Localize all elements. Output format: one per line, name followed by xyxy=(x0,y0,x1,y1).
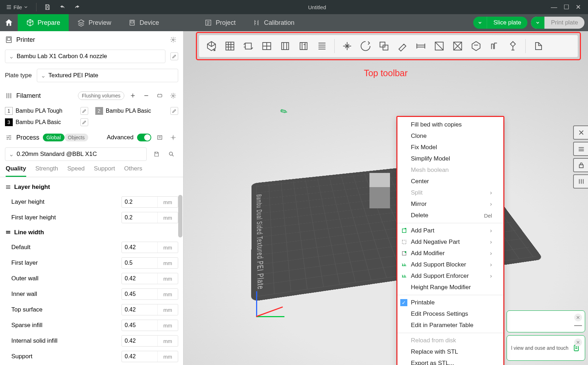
view-close-button[interactable] xyxy=(573,125,588,140)
filament-edit-button[interactable] xyxy=(80,107,88,115)
undo-button[interactable] xyxy=(56,2,68,12)
toolbar-button-8[interactable] xyxy=(339,38,355,54)
toolbar-button-6[interactable] xyxy=(314,38,330,54)
global-pill[interactable]: Global xyxy=(43,134,64,141)
tab-calibration[interactable]: Calibration xyxy=(244,14,303,31)
ctx-center[interactable]: Center xyxy=(397,176,503,187)
slice-dropdown[interactable] xyxy=(473,17,487,29)
print-plate-button[interactable]: Print plate xyxy=(531,17,584,29)
toolbar-button-9[interactable] xyxy=(357,38,374,54)
tab-prepare[interactable]: Prepare xyxy=(18,14,69,31)
toolbar-button-5[interactable] xyxy=(295,38,312,54)
ctx-delete[interactable]: DeleteDel xyxy=(397,210,503,221)
param-input-outer-wall[interactable]: mm xyxy=(121,273,178,284)
param-input-first-layer[interactable]: mm xyxy=(121,257,178,269)
close-button[interactable]: ✕ xyxy=(576,3,581,11)
process-preset-select[interactable]: ⌄ 0.20mm Standard @BBL X1C xyxy=(5,147,147,161)
toolbar-button-15[interactable] xyxy=(468,38,484,54)
subtab-support[interactable]: Support xyxy=(94,165,115,177)
ctx-add-part[interactable]: Add Part› xyxy=(397,225,503,236)
toolbar-button-1[interactable] xyxy=(222,38,238,54)
toolbar-button-14[interactable] xyxy=(450,38,466,54)
ctx-add-support-enforcer[interactable]: Add Support Enforcer› xyxy=(397,270,503,282)
filament-item[interactable]: 2 Bambu PLA Basic xyxy=(95,107,179,115)
tab-project[interactable]: Project xyxy=(196,14,244,31)
tip-minimize-button[interactable]: — xyxy=(574,321,582,330)
ctx-add-negative-part[interactable]: Add Negative Part› xyxy=(397,236,503,248)
filament-item[interactable]: 3 Bambu PLA Basic xyxy=(5,118,88,126)
tab-device[interactable]: Device xyxy=(120,14,168,31)
save-button[interactable] xyxy=(41,2,53,12)
param-input-internal-solid[interactable]: mm xyxy=(121,335,178,347)
printer-settings-button[interactable] xyxy=(168,35,178,45)
param-input-support[interactable]: mm xyxy=(121,351,178,362)
ctx-edit-in-parameter-table[interactable]: Edit in Parameter Table xyxy=(397,320,503,331)
param-input-top-surface[interactable]: mm xyxy=(121,304,178,315)
maximize-button[interactable]: ☐ xyxy=(564,3,569,11)
ctx-height-range-modifier[interactable]: Height Range Modifier xyxy=(397,282,503,293)
view-layers-button[interactable] xyxy=(573,142,588,156)
ctx-export-as-stl-[interactable]: Export as STL... xyxy=(397,358,503,365)
printer-select[interactable]: ⌄ Bambu Lab X1 Carbon 0.4 nozzle xyxy=(5,50,165,63)
ctx-clone[interactable]: Clone xyxy=(397,130,503,142)
param-input-default[interactable]: mm xyxy=(121,242,178,253)
objects-pill[interactable]: Objects xyxy=(64,134,88,141)
param-input-sparse-infill[interactable]: mm xyxy=(121,320,178,331)
ctx-add-support-blocker[interactable]: Add Support Blocker› xyxy=(397,259,503,270)
toolbar-button-3[interactable] xyxy=(259,38,275,54)
toolbar-button-11[interactable] xyxy=(394,38,411,54)
view-settings-button[interactable] xyxy=(573,174,588,189)
filament-edit-button[interactable] xyxy=(80,118,88,126)
viewport-3d[interactable]: Top toolbar ✎ Bambu Dual Sided Textured … xyxy=(183,31,588,365)
subtab-quality[interactable]: Quality xyxy=(6,165,26,177)
ctx-add-modifier[interactable]: Add Modifier› xyxy=(397,248,503,259)
scrollbar-thumb[interactable] xyxy=(178,195,182,237)
printer-edit-button[interactable] xyxy=(170,52,178,60)
process-settings-button[interactable] xyxy=(168,133,178,142)
toolbar-button-2[interactable] xyxy=(240,38,256,54)
preset-save-button[interactable] xyxy=(152,149,162,159)
toolbar-button-13[interactable] xyxy=(431,38,447,54)
tip-close-button[interactable]: ✕ xyxy=(574,338,582,346)
minimize-button[interactable]: — xyxy=(551,4,557,11)
tab-preview[interactable]: Preview xyxy=(69,14,120,31)
filament-remove-button[interactable]: − xyxy=(141,91,151,101)
redo-button[interactable] xyxy=(71,2,83,12)
toolbar-button-19[interactable] xyxy=(530,38,546,54)
plate-type-select[interactable]: ⌄ Textured PEI Plate xyxy=(37,69,178,82)
file-menu[interactable]: File xyxy=(3,2,31,12)
slice-plate-button[interactable]: Slice plate xyxy=(473,17,527,29)
toolbar-button-10[interactable] xyxy=(376,38,392,54)
subtab-strength[interactable]: Strength xyxy=(35,165,58,177)
ctx-mirror[interactable]: Mirror› xyxy=(397,198,503,210)
preset-search-button[interactable] xyxy=(166,149,176,159)
filament-item[interactable]: 1 Bambu PLA Tough xyxy=(5,107,88,115)
ctx-fix-model[interactable]: Fix Model xyxy=(397,142,503,153)
params-scroll[interactable]: Layer height Layer height mm First layer… xyxy=(0,177,183,365)
home-button[interactable] xyxy=(0,14,18,31)
toolbar-button-17[interactable] xyxy=(505,38,521,54)
compare-button[interactable] xyxy=(155,133,165,142)
filament-edit-button[interactable] xyxy=(170,107,178,115)
tip-close-button[interactable]: ✕ xyxy=(574,314,582,321)
filament-sync-button[interactable] xyxy=(155,91,165,101)
subtab-others[interactable]: Others xyxy=(124,165,142,177)
filament-add-button[interactable]: + xyxy=(128,91,138,101)
ctx-simplify-model[interactable]: Simplify Model xyxy=(397,153,503,164)
advanced-toggle[interactable] xyxy=(137,134,151,141)
param-input-inner-wall[interactable]: mm xyxy=(121,288,178,300)
toolbar-button-12[interactable] xyxy=(413,38,429,54)
model-object[interactable] xyxy=(369,173,390,208)
ctx-printable[interactable]: ✓Printable xyxy=(397,297,503,308)
toolbar-button-0[interactable] xyxy=(203,38,220,54)
ctx-fill-bed-with-copies[interactable]: Fill bed with copies xyxy=(397,119,503,130)
flushing-volumes-button[interactable]: Flushing volumes xyxy=(78,91,124,100)
ctx-edit-process-settings[interactable]: Edit Process Settings xyxy=(397,308,503,320)
toolbar-button-4[interactable] xyxy=(277,38,293,54)
filament-settings-button[interactable] xyxy=(168,91,178,101)
subtab-speed[interactable]: Speed xyxy=(67,165,85,177)
view-lock-button[interactable] xyxy=(573,158,588,172)
toolbar-button-16[interactable] xyxy=(486,38,503,54)
ctx-replace-with-stl[interactable]: Replace with STL xyxy=(397,346,503,358)
param-input-first-layer-height[interactable]: mm xyxy=(121,212,178,223)
